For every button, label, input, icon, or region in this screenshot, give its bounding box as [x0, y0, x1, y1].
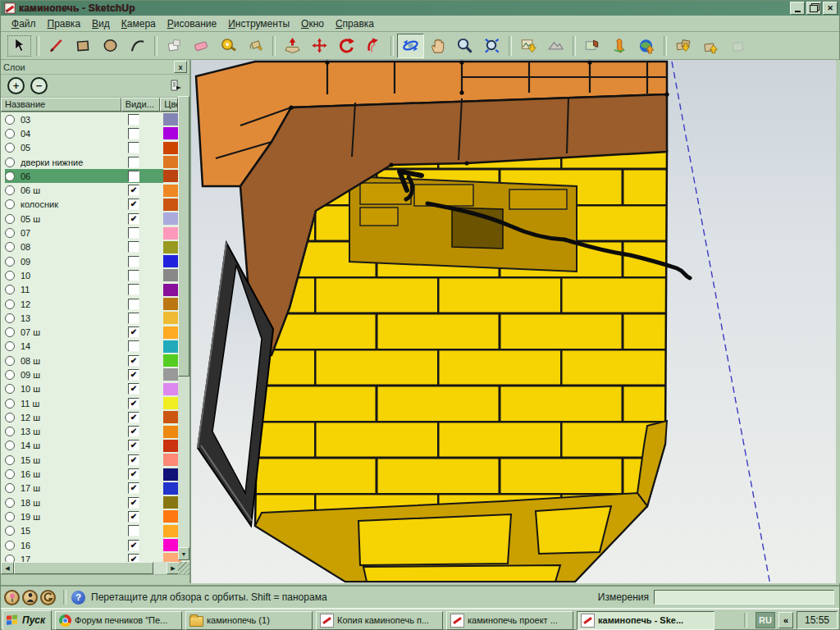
layer-row[interactable]: 10 ш ✔: [1, 382, 189, 396]
layer-visible-checkbox[interactable]: ✔: [128, 213, 139, 225]
taskbar-button[interactable]: каминопечь (1): [185, 611, 313, 630]
layer-row[interactable]: 05 ш ✔: [1, 212, 189, 226]
layer-row[interactable]: 14 ш ✔: [1, 439, 189, 453]
layer-active-radio[interactable]: [5, 143, 15, 153]
layer-visible-checkbox[interactable]: [128, 227, 139, 239]
layer-visible-checkbox[interactable]: [128, 142, 139, 153]
column-header-name[interactable]: Название: [1, 98, 121, 112]
language-indicator[interactable]: RU: [756, 612, 775, 628]
layer-active-radio[interactable]: [5, 257, 15, 267]
help-icon[interactable]: ?: [71, 591, 85, 605]
zoom-tool-button[interactable]: [451, 34, 478, 58]
minimize-button[interactable]: [790, 2, 805, 15]
close-button[interactable]: ✕: [823, 2, 838, 15]
layer-active-radio[interactable]: [5, 455, 15, 465]
rectangle-tool-button[interactable]: [70, 34, 97, 58]
taskbar-button[interactable]: каминопечь - Ske...: [577, 611, 714, 630]
layer-row[interactable]: 09: [1, 254, 189, 268]
layer-row[interactable]: 13: [1, 311, 189, 325]
photo-textures-tool-button[interactable]: [606, 34, 633, 58]
horizontal-scrollbar-thumb[interactable]: [14, 562, 153, 574]
place-model-tool-button[interactable]: [579, 34, 606, 58]
layer-active-radio[interactable]: [5, 242, 15, 252]
zoom-extents-tool-button[interactable]: [478, 34, 505, 58]
layer-active-radio[interactable]: [5, 356, 15, 366]
share-model-tool-button[interactable]: [697, 34, 724, 58]
menu-item-5[interactable]: Инструменты: [222, 16, 295, 31]
eraser-tool-button[interactable]: [188, 34, 215, 58]
layer-visible-checkbox[interactable]: [128, 299, 139, 310]
layer-visible-checkbox[interactable]: ✔: [128, 482, 139, 494]
taskbar-button[interactable]: каминопечь проект ...: [446, 611, 573, 630]
title-bar[interactable]: каминопечь - SketchUp ✕: [1, 1, 839, 16]
geolocation-icon[interactable]: [4, 590, 20, 605]
layer-visible-checkbox[interactable]: [128, 256, 139, 267]
layer-visible-checkbox[interactable]: ✔: [128, 497, 139, 509]
layer-active-radio[interactable]: [5, 313, 15, 323]
layer-visible-checkbox[interactable]: [128, 114, 139, 126]
restore-button[interactable]: [806, 2, 821, 15]
layer-visible-checkbox[interactable]: [128, 313, 139, 324]
menu-item-6[interactable]: Окно: [295, 16, 330, 31]
layer-visible-checkbox[interactable]: ✔: [128, 454, 139, 466]
layer-active-radio[interactable]: [5, 370, 15, 380]
move-tool-button[interactable]: [306, 34, 333, 58]
layer-row[interactable]: 14: [1, 340, 189, 354]
panel-resize-grip[interactable]: [178, 562, 189, 574]
scroll-down-button[interactable]: ▼: [178, 547, 189, 560]
tray-chevron-button[interactable]: «: [778, 612, 793, 628]
layer-active-radio[interactable]: [5, 384, 15, 394]
menu-item-2[interactable]: Вид: [86, 16, 116, 31]
layer-visible-checkbox[interactable]: ✔: [128, 554, 139, 562]
layer-row[interactable]: 03: [1, 112, 189, 126]
layer-active-radio[interactable]: [5, 526, 15, 536]
horizontal-scrollbar[interactable]: ◀ ▶: [1, 562, 180, 574]
menu-item-7[interactable]: Справка: [330, 16, 380, 31]
layer-row[interactable]: 19 ш ✔: [1, 509, 189, 523]
layer-active-radio[interactable]: [5, 185, 15, 195]
model-canvas[interactable]: [191, 60, 836, 583]
layer-visible-checkbox[interactable]: ✔: [128, 426, 139, 437]
layer-row[interactable]: дверки нижние: [1, 155, 189, 169]
column-header-color[interactable]: Цве: [160, 98, 178, 112]
layer-row[interactable]: 17 ✔: [1, 552, 189, 562]
layer-visible-checkbox[interactable]: ✔: [128, 369, 139, 381]
get-models-tool-button[interactable]: [670, 34, 697, 58]
layer-active-radio[interactable]: [5, 427, 15, 436]
start-button[interactable]: Пуск: [2, 610, 52, 630]
layer-visible-checkbox[interactable]: ✔: [128, 468, 139, 480]
vertical-scrollbar-thumb[interactable]: [178, 96, 189, 377]
layer-row[interactable]: 16 ш ✔: [1, 467, 189, 481]
layer-row[interactable]: 06 ш ✔: [1, 183, 189, 197]
layer-row[interactable]: 11 ш ✔: [1, 396, 189, 410]
layer-row[interactable]: 13 ш ✔: [1, 425, 189, 439]
measurements-input[interactable]: [654, 590, 834, 605]
layer-active-radio[interactable]: [5, 555, 15, 562]
toggle-terrain-tool-button[interactable]: [542, 34, 569, 58]
layer-visible-checkbox[interactable]: [128, 284, 139, 295]
layer-active-radio[interactable]: [5, 341, 15, 351]
get-current-view-tool-button[interactable]: [515, 34, 542, 58]
layer-row[interactable]: 16 ✔: [1, 538, 189, 552]
rotate-tool-button[interactable]: [333, 34, 360, 58]
circle-tool-button[interactable]: [97, 34, 124, 58]
layer-row[interactable]: колосник ✔: [1, 198, 189, 212]
taskbar-button[interactable]: Копия каминопечь п...: [316, 611, 443, 630]
layer-row[interactable]: 11: [1, 283, 189, 297]
layer-row[interactable]: 12 ш ✔: [1, 410, 189, 424]
layer-visible-checkbox[interactable]: ✔: [128, 412, 139, 423]
layer-visible-checkbox[interactable]: [128, 241, 139, 253]
layer-row[interactable]: 10: [1, 268, 189, 282]
layer-visible-checkbox[interactable]: [128, 171, 139, 182]
layer-visible-checkbox[interactable]: ✔: [128, 440, 139, 451]
select-tool-button[interactable]: [6, 34, 33, 58]
layer-visible-checkbox[interactable]: ✔: [128, 185, 139, 196]
layer-row[interactable]: 04: [1, 126, 189, 140]
layer-row[interactable]: 12: [1, 297, 189, 311]
column-header-visible[interactable]: Види...: [121, 98, 161, 112]
layer-active-radio[interactable]: [5, 228, 15, 238]
layer-active-radio[interactable]: [5, 413, 15, 422]
layer-row[interactable]: 15 ш ✔: [1, 453, 189, 467]
layer-active-radio[interactable]: [5, 469, 15, 479]
layer-row[interactable]: 09 ш ✔: [1, 368, 189, 381]
